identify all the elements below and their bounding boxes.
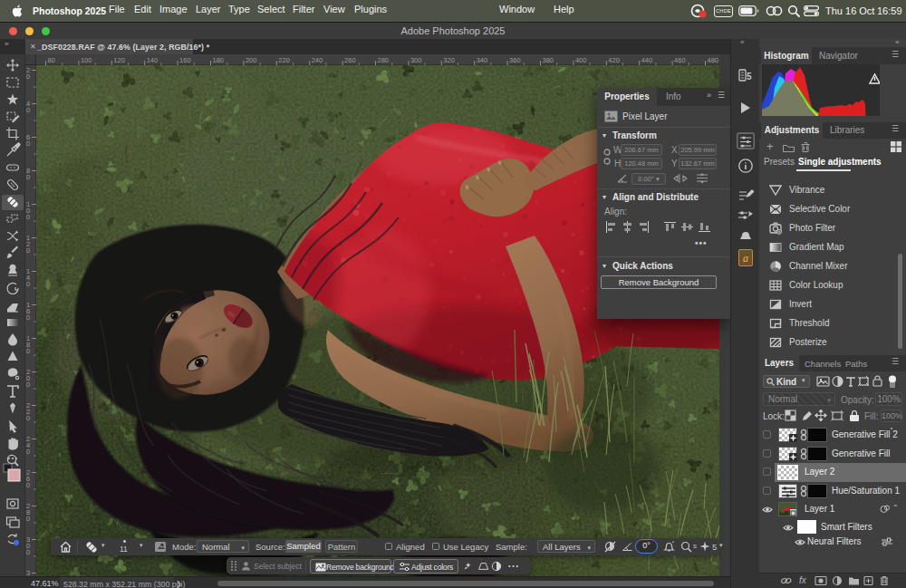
svg-text:120: 120 — [113, 56, 125, 64]
svg-text:0: 0 — [26, 106, 30, 114]
svg-text:460: 460 — [674, 56, 686, 64]
svg-text:200: 200 — [246, 56, 257, 64]
svg-text:0: 0 — [26, 280, 30, 288]
svg-text:0: 0 — [26, 381, 30, 389]
svg-text:0: 0 — [26, 173, 30, 181]
svg-text:180: 180 — [213, 56, 225, 64]
svg-text:0: 0 — [26, 246, 30, 255]
svg-text:100: 100 — [81, 56, 92, 64]
svg-text:0: 0 — [26, 481, 30, 489]
svg-text:480: 480 — [708, 56, 719, 64]
svg-text:fx: fx — [799, 575, 807, 585]
svg-text:0: 0 — [26, 548, 30, 556]
svg-text:240: 240 — [312, 56, 323, 64]
svg-text:0: 0 — [26, 414, 30, 422]
svg-text:340: 340 — [477, 56, 488, 64]
svg-text:0: 0 — [26, 140, 30, 148]
svg-text:320: 320 — [443, 56, 455, 64]
svg-text:140: 140 — [147, 56, 159, 64]
svg-text:220: 220 — [278, 56, 290, 64]
svg-text:0: 0 — [26, 313, 30, 322]
svg-text:260: 260 — [344, 56, 356, 64]
svg-text:280: 280 — [378, 56, 390, 64]
svg-text:0: 0 — [26, 448, 30, 456]
svg-text:400: 400 — [575, 56, 587, 64]
svg-text:5: 5 — [747, 72, 752, 82]
svg-text:440: 440 — [641, 56, 653, 64]
svg-text:0: 0 — [26, 72, 30, 81]
svg-text:360: 360 — [509, 56, 521, 64]
svg-text:420: 420 — [608, 56, 620, 64]
svg-text:380: 380 — [543, 56, 554, 64]
svg-text:0: 0 — [26, 213, 30, 221]
svg-text:0: 0 — [26, 515, 30, 523]
svg-text:160: 160 — [179, 56, 191, 64]
svg-text:80: 80 — [48, 56, 55, 64]
svg-text:300: 300 — [410, 56, 422, 64]
svg-text:0: 0 — [26, 347, 30, 355]
